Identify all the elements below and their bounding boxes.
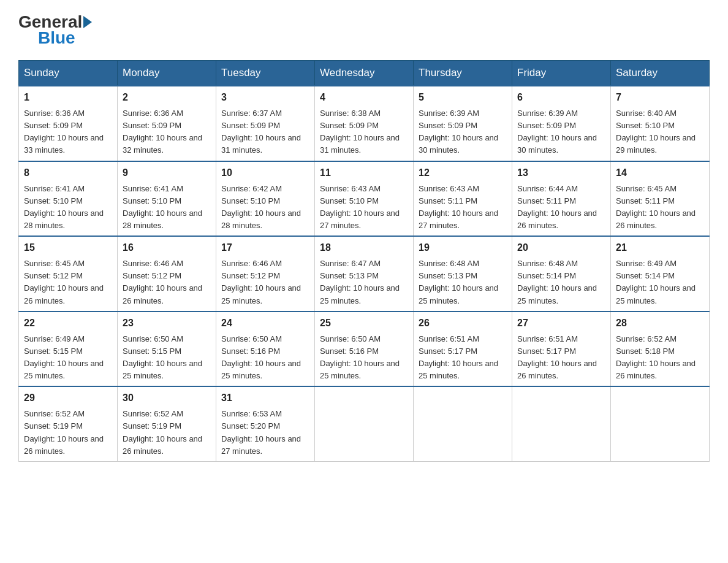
calendar-cell: 2 Sunrise: 6:36 AMSunset: 5:09 PMDayligh… bbox=[118, 86, 216, 161]
day-number: 9 bbox=[123, 166, 211, 180]
logo-arrow-icon bbox=[83, 16, 92, 28]
day-info: Sunrise: 6:51 AMSunset: 5:17 PMDaylight:… bbox=[419, 333, 507, 383]
day-info: Sunrise: 6:50 AMSunset: 5:16 PMDaylight:… bbox=[320, 333, 408, 383]
day-info: Sunrise: 6:48 AMSunset: 5:14 PMDaylight:… bbox=[517, 258, 605, 307]
day-number: 11 bbox=[320, 166, 408, 180]
day-info: Sunrise: 6:37 AMSunset: 5:09 PMDaylight:… bbox=[221, 107, 309, 157]
calendar-week-row: 15 Sunrise: 6:45 AMSunset: 5:12 PMDaylig… bbox=[19, 236, 710, 312]
day-number: 24 bbox=[221, 316, 309, 331]
day-number: 10 bbox=[221, 166, 309, 180]
day-info: Sunrise: 6:49 AMSunset: 5:15 PMDaylight:… bbox=[24, 333, 112, 383]
calendar-cell: 14 Sunrise: 6:45 AMSunset: 5:11 PMDaylig… bbox=[611, 161, 710, 237]
day-number: 18 bbox=[320, 240, 408, 255]
day-number: 7 bbox=[616, 90, 704, 105]
calendar-cell: 16 Sunrise: 6:46 AMSunset: 5:12 PMDaylig… bbox=[118, 236, 216, 312]
day-info: Sunrise: 6:42 AMSunset: 5:10 PMDaylight:… bbox=[221, 183, 309, 232]
day-number: 8 bbox=[24, 166, 112, 180]
calendar-header-saturday: Saturday bbox=[611, 61, 710, 86]
day-number: 2 bbox=[123, 90, 211, 105]
day-number: 4 bbox=[320, 90, 408, 105]
calendar-cell: 22 Sunrise: 6:49 AMSunset: 5:15 PMDaylig… bbox=[19, 312, 118, 387]
calendar-cell: 11 Sunrise: 6:43 AMSunset: 5:10 PMDaylig… bbox=[315, 161, 414, 237]
day-info: Sunrise: 6:43 AMSunset: 5:11 PMDaylight:… bbox=[419, 183, 507, 232]
calendar-cell: 18 Sunrise: 6:47 AMSunset: 5:13 PMDaylig… bbox=[315, 236, 414, 312]
day-number: 3 bbox=[221, 90, 309, 105]
calendar-cell: 5 Sunrise: 6:39 AMSunset: 5:09 PMDayligh… bbox=[414, 86, 512, 161]
calendar-cell: 31 Sunrise: 6:53 AMSunset: 5:20 PMDaylig… bbox=[216, 386, 315, 461]
day-info: Sunrise: 6:50 AMSunset: 5:15 PMDaylight:… bbox=[123, 333, 211, 383]
calendar-week-row: 29 Sunrise: 6:52 AMSunset: 5:19 PMDaylig… bbox=[19, 386, 710, 461]
calendar-cell: 3 Sunrise: 6:37 AMSunset: 5:09 PMDayligh… bbox=[216, 86, 315, 161]
calendar-week-row: 22 Sunrise: 6:49 AMSunset: 5:15 PMDaylig… bbox=[19, 312, 710, 387]
calendar-cell: 28 Sunrise: 6:52 AMSunset: 5:18 PMDaylig… bbox=[611, 312, 710, 387]
day-number: 21 bbox=[616, 240, 704, 255]
day-info: Sunrise: 6:51 AMSunset: 5:17 PMDaylight:… bbox=[517, 333, 605, 383]
day-info: Sunrise: 6:53 AMSunset: 5:20 PMDaylight:… bbox=[221, 408, 309, 458]
calendar-cell: 25 Sunrise: 6:50 AMSunset: 5:16 PMDaylig… bbox=[315, 312, 414, 387]
day-info: Sunrise: 6:39 AMSunset: 5:09 PMDaylight:… bbox=[517, 107, 605, 157]
calendar-cell: 4 Sunrise: 6:38 AMSunset: 5:09 PMDayligh… bbox=[315, 86, 414, 161]
day-number: 30 bbox=[123, 391, 211, 405]
day-number: 5 bbox=[419, 90, 507, 105]
day-info: Sunrise: 6:48 AMSunset: 5:13 PMDaylight:… bbox=[419, 258, 507, 307]
day-info: Sunrise: 6:43 AMSunset: 5:10 PMDaylight:… bbox=[320, 183, 408, 232]
calendar-header-wednesday: Wednesday bbox=[315, 61, 414, 86]
day-number: 15 bbox=[24, 240, 112, 255]
day-number: 23 bbox=[123, 316, 211, 331]
calendar-cell: 9 Sunrise: 6:41 AMSunset: 5:10 PMDayligh… bbox=[118, 161, 216, 237]
day-info: Sunrise: 6:45 AMSunset: 5:12 PMDaylight:… bbox=[24, 258, 112, 307]
calendar-header-friday: Friday bbox=[512, 61, 611, 86]
day-info: Sunrise: 6:49 AMSunset: 5:14 PMDaylight:… bbox=[616, 258, 704, 307]
day-number: 17 bbox=[221, 240, 309, 255]
calendar-cell: 1 Sunrise: 6:36 AMSunset: 5:09 PMDayligh… bbox=[19, 86, 118, 161]
calendar-cell: 29 Sunrise: 6:52 AMSunset: 5:19 PMDaylig… bbox=[19, 386, 118, 461]
calendar-cell: 19 Sunrise: 6:48 AMSunset: 5:13 PMDaylig… bbox=[414, 236, 512, 312]
calendar-cell: 21 Sunrise: 6:49 AMSunset: 5:14 PMDaylig… bbox=[611, 236, 710, 312]
day-number: 13 bbox=[517, 166, 605, 180]
calendar-cell bbox=[315, 386, 414, 461]
calendar-cell: 24 Sunrise: 6:50 AMSunset: 5:16 PMDaylig… bbox=[216, 312, 315, 387]
day-info: Sunrise: 6:52 AMSunset: 5:18 PMDaylight:… bbox=[616, 333, 704, 383]
calendar-table: SundayMondayTuesdayWednesdayThursdayFrid… bbox=[18, 60, 710, 462]
calendar-cell: 15 Sunrise: 6:45 AMSunset: 5:12 PMDaylig… bbox=[19, 236, 118, 312]
calendar-header-tuesday: Tuesday bbox=[216, 61, 315, 86]
day-number: 27 bbox=[517, 316, 605, 331]
logo-blue-text: Blue bbox=[38, 28, 75, 48]
calendar-cell: 17 Sunrise: 6:46 AMSunset: 5:12 PMDaylig… bbox=[216, 236, 315, 312]
calendar-header-thursday: Thursday bbox=[414, 61, 512, 86]
calendar-week-row: 1 Sunrise: 6:36 AMSunset: 5:09 PMDayligh… bbox=[19, 86, 710, 161]
day-number: 28 bbox=[616, 316, 704, 331]
day-number: 12 bbox=[419, 166, 507, 180]
page-header: General Blue bbox=[18, 12, 710, 48]
day-number: 16 bbox=[123, 240, 211, 255]
day-number: 6 bbox=[517, 90, 605, 105]
day-info: Sunrise: 6:52 AMSunset: 5:19 PMDaylight:… bbox=[24, 408, 112, 458]
day-number: 31 bbox=[221, 391, 309, 405]
day-number: 29 bbox=[24, 391, 112, 405]
logo: General Blue bbox=[18, 12, 93, 48]
calendar-header-row: SundayMondayTuesdayWednesdayThursdayFrid… bbox=[19, 61, 710, 86]
day-info: Sunrise: 6:47 AMSunset: 5:13 PMDaylight:… bbox=[320, 258, 408, 307]
day-info: Sunrise: 6:36 AMSunset: 5:09 PMDaylight:… bbox=[123, 107, 211, 157]
day-info: Sunrise: 6:41 AMSunset: 5:10 PMDaylight:… bbox=[24, 183, 112, 232]
day-info: Sunrise: 6:50 AMSunset: 5:16 PMDaylight:… bbox=[221, 333, 309, 383]
day-info: Sunrise: 6:45 AMSunset: 5:11 PMDaylight:… bbox=[616, 183, 704, 232]
day-info: Sunrise: 6:52 AMSunset: 5:19 PMDaylight:… bbox=[123, 408, 211, 458]
calendar-cell: 7 Sunrise: 6:40 AMSunset: 5:10 PMDayligh… bbox=[611, 86, 710, 161]
day-number: 20 bbox=[517, 240, 605, 255]
day-number: 25 bbox=[320, 316, 408, 331]
calendar-cell: 20 Sunrise: 6:48 AMSunset: 5:14 PMDaylig… bbox=[512, 236, 611, 312]
calendar-cell: 13 Sunrise: 6:44 AMSunset: 5:11 PMDaylig… bbox=[512, 161, 611, 237]
calendar-cell: 26 Sunrise: 6:51 AMSunset: 5:17 PMDaylig… bbox=[414, 312, 512, 387]
day-info: Sunrise: 6:38 AMSunset: 5:09 PMDaylight:… bbox=[320, 107, 408, 157]
day-info: Sunrise: 6:46 AMSunset: 5:12 PMDaylight:… bbox=[123, 258, 211, 307]
calendar-week-row: 8 Sunrise: 6:41 AMSunset: 5:10 PMDayligh… bbox=[19, 161, 710, 237]
calendar-cell: 10 Sunrise: 6:42 AMSunset: 5:10 PMDaylig… bbox=[216, 161, 315, 237]
day-number: 22 bbox=[24, 316, 112, 331]
day-number: 26 bbox=[419, 316, 507, 331]
day-number: 14 bbox=[616, 166, 704, 180]
day-info: Sunrise: 6:40 AMSunset: 5:10 PMDaylight:… bbox=[616, 107, 704, 157]
calendar-cell: 23 Sunrise: 6:50 AMSunset: 5:15 PMDaylig… bbox=[118, 312, 216, 387]
calendar-cell: 27 Sunrise: 6:51 AMSunset: 5:17 PMDaylig… bbox=[512, 312, 611, 387]
day-number: 19 bbox=[419, 240, 507, 255]
